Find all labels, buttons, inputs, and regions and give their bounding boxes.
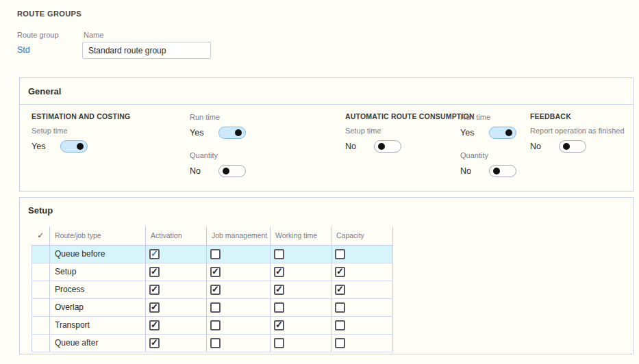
capacity-checkbox[interactable] xyxy=(335,302,345,313)
report-operation-as-finished-toggle[interactable] xyxy=(559,140,586,153)
general-column: FEEDBACKReport operation as finishedNo xyxy=(530,112,639,164)
setup-time-toggle[interactable] xyxy=(60,140,88,153)
select-all-checkmark-icon[interactable]: ✓ xyxy=(32,226,50,245)
working-time-checkbox[interactable] xyxy=(274,267,284,277)
toggle-value: Yes xyxy=(32,142,60,151)
activation-checkbox[interactable] xyxy=(149,267,160,277)
group-heading: ESTIMATION AND COSTING xyxy=(32,112,168,121)
activation-checkbox[interactable] xyxy=(149,320,160,330)
table-row: Queue before xyxy=(32,245,393,263)
row-select-cell[interactable] xyxy=(32,334,50,352)
toggle-knob-icon xyxy=(563,143,570,150)
working-time-checkbox[interactable] xyxy=(274,249,284,259)
column-header-working-time[interactable]: Working time xyxy=(271,226,331,245)
toggle-knob-icon xyxy=(493,168,500,174)
page-title: ROUTE GROUPS xyxy=(17,10,82,18)
setup-table: ✓Route/job typeActivationJob managementW… xyxy=(32,226,393,352)
toggle-value: No xyxy=(530,142,559,151)
column-header-route-job-type[interactable]: Route/job type xyxy=(50,226,146,245)
route-group-value-link[interactable]: Std xyxy=(17,45,30,55)
group-heading: FEEDBACK xyxy=(530,112,639,121)
quantity-field: QuantityNo xyxy=(190,151,327,179)
column-header-capacity[interactable]: Capacity xyxy=(331,226,393,245)
field-label: Run time xyxy=(190,112,327,125)
route-job-type-cell[interactable]: Process xyxy=(50,281,146,298)
working-time-checkbox[interactable] xyxy=(274,338,284,348)
column-header-job-management[interactable]: Job management xyxy=(207,226,271,245)
row-select-cell[interactable] xyxy=(32,316,50,334)
capacity-checkbox[interactable] xyxy=(335,338,345,348)
toggle-value: No xyxy=(460,166,489,176)
working-time-checkbox[interactable] xyxy=(274,285,284,295)
setup-time-field: Setup timeYes xyxy=(32,126,168,155)
table-row: Overlap xyxy=(32,298,393,316)
toggle-knob-icon xyxy=(223,168,229,174)
working-time-checkbox[interactable] xyxy=(274,302,284,313)
run-time-field: Run timeYes xyxy=(190,112,327,141)
route-group-label: Route group xyxy=(17,31,59,39)
column-header-activation[interactable]: Activation xyxy=(146,226,207,245)
job-management-checkbox[interactable] xyxy=(210,267,221,277)
table-row: Process xyxy=(32,281,393,298)
route-job-type-cell[interactable]: Overlap xyxy=(50,298,146,316)
general-column: Run timeYesQuantityNo xyxy=(190,112,327,189)
activation-checkbox[interactable] xyxy=(149,249,160,259)
activation-checkbox[interactable] xyxy=(149,285,160,295)
quantity-toggle[interactable] xyxy=(218,165,246,177)
job-management-checkbox[interactable] xyxy=(210,320,221,330)
working-time-checkbox[interactable] xyxy=(274,320,284,330)
toggle-value: Yes xyxy=(190,128,218,138)
capacity-checkbox[interactable] xyxy=(335,320,345,330)
run-time-toggle[interactable] xyxy=(489,127,516,139)
quantity-toggle[interactable] xyxy=(489,165,516,177)
job-management-checkbox[interactable] xyxy=(210,302,221,313)
activation-checkbox[interactable] xyxy=(149,302,160,313)
general-columns: ESTIMATION AND COSTINGSetup timeYesRun t… xyxy=(20,112,633,191)
setup-section-header[interactable]: Setup xyxy=(20,198,633,224)
activation-checkbox[interactable] xyxy=(149,338,160,348)
toggle-knob-icon xyxy=(505,129,512,136)
route-job-type-cell[interactable]: Setup xyxy=(50,263,146,281)
capacity-checkbox[interactable] xyxy=(335,285,345,295)
name-input[interactable] xyxy=(82,42,211,59)
setup-section: Setup ✓Route/job typeActivationJob manag… xyxy=(19,197,634,354)
field-label: Setup time xyxy=(32,126,168,138)
row-select-cell[interactable] xyxy=(32,298,50,316)
table-row: Setup xyxy=(32,263,393,281)
report-operation-as-finished-field: Report operation as finishedNo xyxy=(530,126,639,155)
route-job-type-cell[interactable]: Queue after xyxy=(50,334,146,352)
setup-table-header-row: ✓Route/job typeActivationJob managementW… xyxy=(32,226,393,245)
toggle-knob-icon xyxy=(235,129,242,136)
capacity-checkbox[interactable] xyxy=(335,267,345,277)
general-section: General ESTIMATION AND COSTINGSetup time… xyxy=(19,77,634,192)
route-job-type-cell[interactable]: Transport xyxy=(50,316,146,334)
row-select-cell[interactable] xyxy=(32,245,50,263)
run-time-toggle[interactable] xyxy=(218,127,246,139)
general-section-header[interactable]: General xyxy=(20,78,633,105)
toggle-knob-icon xyxy=(77,143,84,150)
general-column: ESTIMATION AND COSTINGSetup timeYes xyxy=(32,112,168,164)
field-label: Quantity xyxy=(190,151,327,163)
capacity-checkbox[interactable] xyxy=(335,249,345,259)
setup-time-toggle[interactable] xyxy=(374,140,401,153)
name-label: Name xyxy=(84,31,103,39)
table-row: Queue after xyxy=(32,334,393,352)
job-management-checkbox[interactable] xyxy=(210,285,221,295)
toggle-knob-icon xyxy=(378,143,385,150)
field-label: Report operation as finished xyxy=(530,126,639,138)
toggle-value: No xyxy=(345,142,374,151)
toggle-value: Yes xyxy=(460,128,489,138)
setup-table-body: Queue beforeSetupProcessOverlapTransport… xyxy=(32,245,393,352)
route-job-type-cell[interactable]: Queue before xyxy=(50,245,146,263)
row-select-cell[interactable] xyxy=(32,263,50,281)
row-select-cell[interactable] xyxy=(32,281,50,298)
table-row: Transport xyxy=(32,316,393,334)
job-management-checkbox[interactable] xyxy=(210,338,221,348)
toggle-value: No xyxy=(190,166,218,176)
job-management-checkbox[interactable] xyxy=(210,249,221,259)
